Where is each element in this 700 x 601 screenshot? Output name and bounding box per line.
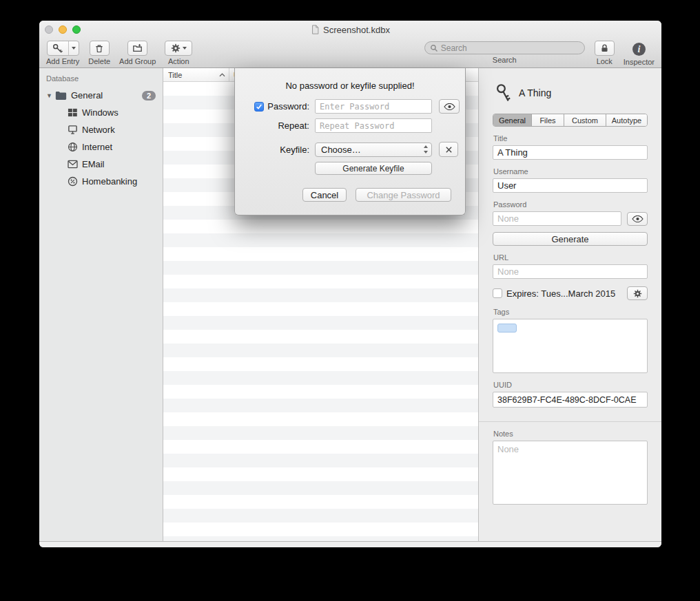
envelope-icon (68, 160, 78, 169)
tab-files[interactable]: Files (532, 114, 564, 126)
enter-password-input[interactable] (315, 99, 432, 114)
action-label: Action (168, 57, 189, 65)
clear-keyfile-button[interactable] (439, 142, 458, 157)
sheet-repeat-row: Repeat: (240, 118, 465, 133)
search-field[interactable] (424, 41, 585, 54)
lock-item: Lock (595, 39, 615, 65)
gear-icon (171, 43, 181, 53)
sort-ascending-icon (219, 73, 225, 77)
username-field[interactable] (493, 178, 648, 193)
sheet-buttons: Cancel Change Password (235, 188, 465, 202)
sheet-keyfile-label: Keyfile: (240, 145, 309, 155)
generate-keyfile-button[interactable]: Generate Keyfile (315, 162, 432, 175)
add-entry-label: Add Entry (46, 57, 79, 65)
keyfile-popup-value: Choose… (321, 145, 361, 155)
notes-field[interactable] (493, 441, 648, 505)
sidebar-item-label: Homebanking (82, 176, 137, 187)
toolbar-right: Search Lock i Inspector (424, 39, 655, 66)
uuid-label: UUID (493, 381, 648, 389)
trash-icon (94, 43, 104, 54)
popup-stepper-icon (423, 145, 429, 154)
folder-plus-icon (132, 43, 143, 53)
add-entry-button[interactable] (47, 41, 79, 56)
entry-title: A Thing (519, 87, 551, 98)
expires-checkbox[interactable] (493, 288, 502, 298)
lock-label: Lock (597, 57, 612, 65)
toolbar: Add Entry Delete Add Group (39, 39, 661, 68)
inspector-item: i Inspector (624, 39, 655, 66)
expires-label: Expires: Tues...March 2015 (506, 288, 615, 299)
tags-box[interactable] (493, 319, 648, 373)
app-window: Screenshot.kdbx Add Entry Delete (39, 21, 661, 547)
sidebar-item-homebanking[interactable]: Homebanking (39, 173, 163, 190)
action-button[interactable] (165, 41, 192, 56)
percent-coin-icon (68, 176, 78, 187)
inspector-header: A Thing (494, 82, 648, 104)
window-bottom-strip (39, 541, 661, 547)
uuid-field[interactable] (493, 392, 648, 408)
title-field[interactable] (493, 145, 648, 160)
inspector-button[interactable]: i (629, 41, 649, 56)
generate-button[interactable]: Generate (493, 232, 648, 246)
eye-icon (444, 103, 455, 110)
lock-button[interactable] (595, 41, 615, 56)
tag-token[interactable] (497, 324, 517, 333)
sidebar-group-general[interactable]: ▼ General 2 (39, 87, 163, 104)
add-entry-dropdown[interactable] (68, 41, 79, 55)
column-header-title[interactable]: Title (163, 68, 229, 81)
key-plus-icon (48, 41, 68, 55)
gear-icon (633, 289, 642, 298)
password-field[interactable] (493, 211, 621, 226)
tags-label: Tags (493, 308, 648, 316)
add-group-label: Add Group (119, 57, 156, 65)
notes-label: Notes (493, 430, 648, 438)
expires-settings-button[interactable] (627, 286, 648, 300)
key-icon (494, 83, 512, 103)
inspector-tabs: General Files Custom Autotype (493, 114, 648, 127)
keyfile-popup[interactable]: Choose… (315, 143, 432, 157)
document-icon (311, 25, 320, 34)
tab-autotype[interactable]: Autotype (606, 114, 647, 126)
add-group-item: Add Group (119, 39, 156, 65)
repeat-password-input[interactable] (315, 118, 432, 133)
sidebar-item-label: Windows (82, 107, 119, 118)
chevron-down-icon (183, 47, 187, 50)
sidebar-item-windows[interactable]: Windows (39, 104, 163, 121)
sidebar-item-network[interactable]: Network (39, 121, 163, 138)
sidebar-item-email[interactable]: EMail (39, 156, 163, 173)
delete-button[interactable] (90, 41, 110, 56)
password-checkbox[interactable] (254, 102, 264, 112)
sheet-password-row: Password: (240, 99, 465, 114)
cancel-button[interactable]: Cancel (302, 188, 347, 202)
sidebar-section-header: Database (39, 68, 163, 87)
expires-row: Expires: Tues...March 2015 (493, 286, 648, 300)
tab-general[interactable]: General (493, 114, 532, 126)
sidebar-item-internet[interactable]: Internet (39, 138, 163, 156)
sidebar: Database ▼ General 2 Windows Networ (39, 68, 163, 541)
search-label: Search (493, 56, 517, 64)
titlebar[interactable]: Screenshot.kdbx (39, 21, 661, 39)
tab-custom[interactable]: Custom (564, 114, 606, 126)
change-password-sheet: No password or keyfile supplied! Passwor… (234, 68, 466, 215)
disclosure-triangle-icon[interactable]: ▼ (46, 92, 55, 99)
divider (479, 421, 661, 422)
action-item: Action (165, 39, 192, 65)
url-field[interactable] (493, 264, 648, 279)
sidebar-item-label: Network (82, 125, 115, 135)
password-label: Password (493, 200, 648, 209)
lock-icon (600, 43, 609, 53)
sheet-show-password-button[interactable] (439, 99, 460, 114)
add-group-button[interactable] (127, 41, 147, 56)
windows-icon (68, 107, 78, 118)
show-password-button[interactable] (627, 212, 648, 226)
search-input[interactable] (441, 43, 579, 53)
column-title-label: Title (168, 71, 182, 79)
inspector-label: Inspector (624, 58, 655, 66)
group-count-badge: 2 (142, 91, 156, 101)
sheet-keyfile-row: Keyfile: Choose… (240, 142, 465, 157)
content-area: Database ▼ General 2 Windows Networ (39, 68, 661, 541)
sidebar-item-label: Internet (82, 142, 112, 152)
sheet-repeat-label: Repeat: (240, 120, 309, 131)
change-password-button[interactable]: Change Password (356, 188, 451, 202)
delete-label: Delete (88, 57, 110, 65)
